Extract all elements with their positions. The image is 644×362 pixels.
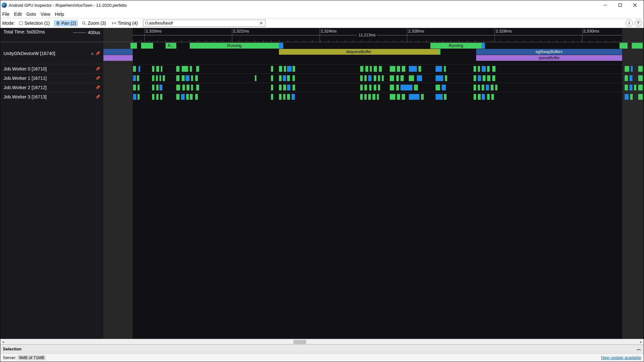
pan-icon (56, 21, 60, 25)
seg-running[interactable] (620, 43, 628, 49)
pin-icon[interactable]: 📌 (95, 95, 100, 99)
shade-left (103, 28, 133, 42)
mode-timing-label: Timing (4) (118, 21, 138, 26)
statusbar: Server: 9MB of 71MB New update available (0, 353, 644, 362)
ruler-label-area: Total Time: 5s002ms 400us (0, 28, 103, 42)
server-memory: 9MB of 71MB (18, 355, 46, 360)
track-worker-1: Job.Worker 1 [16711] 📌 (0, 73, 644, 83)
track-main-name: UnityGfxDeviceW [16740] (4, 51, 55, 56)
pin-icon[interactable]: 📌 (95, 51, 100, 56)
track-main-label[interactable]: UnityGfxDeviceW [16740] ⨉ 📌 (0, 42, 103, 64)
ruler-row: Total Time: 5s002ms 400us 2,320ms 2,322m… (0, 28, 644, 42)
titlebar: Android GPU Inspector - RopeHeroViceTown… (0, 0, 644, 10)
mode-selection-label: Selection (1) (24, 21, 50, 26)
selection-panel[interactable]: Selection ︿ (0, 344, 644, 353)
seg-slice[interactable] (103, 49, 133, 55)
svg-rect-1 (619, 4, 622, 7)
mode-zoom-label: Zoom (3) (88, 21, 106, 26)
toolbar: Mode: Selection (1) Pan (2) Zoom (3) Tim… (0, 18, 644, 28)
pin-icon[interactable]: 📌 (95, 76, 100, 80)
mode-pan-label: Pan (2) (62, 21, 76, 26)
seg-queue[interactable]: queueBuffer (476, 55, 622, 61)
search-clear[interactable]: ✕ (259, 21, 264, 26)
track-worker-3-name: Job.Worker 3 [16713] (4, 94, 47, 99)
seg-slice[interactable] (438, 49, 441, 55)
help-button[interactable]: ? (635, 20, 642, 27)
track-worker-3-label[interactable]: Job.Worker 3 [16713] 📌 (0, 92, 103, 101)
menubar: File Edit Goto View Help (0, 10, 644, 18)
track-worker-3-body[interactable] (103, 92, 644, 101)
app-window: Android GPU Inspector - RopeHeroViceTown… (0, 0, 644, 362)
mode-selection[interactable]: Selection (1) (17, 20, 52, 26)
track-worker-0-label[interactable]: Job.Worker 0 [16710] 📌 (0, 64, 103, 73)
info-button[interactable]: i (626, 20, 633, 27)
maximize-button[interactable] (613, 0, 628, 10)
seg-running-short[interactable]: R... (166, 43, 177, 49)
seg-running[interactable] (141, 43, 153, 49)
scroll-thumb[interactable] (293, 340, 306, 344)
track-worker-2-body[interactable] (103, 83, 644, 92)
track-worker-3: Job.Worker 3 [16713] 📌 (0, 92, 644, 101)
mode-pan[interactable]: Pan (2) (54, 20, 78, 26)
menu-file[interactable]: File (2, 12, 10, 17)
track-worker-1-body[interactable] (103, 74, 644, 83)
seg-running2[interactable]: Running (430, 43, 482, 49)
window-title: Android GPU Inspector - RopeHeroViceTown… (9, 3, 598, 8)
pin-icon[interactable]: 📌 (95, 85, 100, 90)
menu-edit[interactable]: Edit (14, 12, 22, 17)
scroll-right-icon[interactable]: ▸ (638, 339, 644, 345)
seg-running[interactable] (130, 43, 137, 49)
ruler-range (133, 35, 622, 35)
seg-eglswap[interactable]: eglSwapBuffers (476, 49, 622, 55)
track-worker-0-name: Job.Worker 0 [16710] (4, 66, 47, 71)
close-button[interactable] (628, 0, 642, 10)
ruler-range-label: 11.213ms (357, 33, 377, 37)
scroll-track[interactable] (6, 339, 638, 344)
update-link[interactable]: New update available (601, 355, 641, 360)
track-worker-1-label[interactable]: Job.Worker 1 [16711] 📌 (0, 74, 103, 83)
track-worker-2-name: Job.Worker 2 [16712] (4, 85, 47, 90)
svg-rect-4 (19, 22, 23, 25)
ruler-body[interactable]: 2,320ms 2,322ms 2,324ms 2,326ms 2,328ms … (103, 28, 644, 42)
toolbar-right: i ? (626, 20, 642, 27)
timing-icon (112, 21, 116, 25)
track-worker-2-label[interactable]: Job.Worker 2 [16712] 📌 (0, 83, 103, 92)
expand-icon[interactable]: ︿ (637, 346, 641, 352)
track-main-body[interactable]: R... Running Running dequeueBuffer eglSw… (103, 42, 644, 64)
pin-icon[interactable]: 📌 (95, 67, 100, 71)
scale-text: 400us (88, 30, 100, 35)
search-input[interactable] (149, 21, 259, 25)
zoom-icon (82, 21, 86, 25)
seg-sleep[interactable] (279, 43, 283, 49)
window-controls (598, 0, 642, 10)
hscrollbar[interactable]: ◂ ▸ (0, 339, 644, 344)
seg-sleep[interactable] (482, 43, 485, 49)
menu-help[interactable]: Help (55, 12, 64, 17)
svg-line-11 (148, 24, 149, 25)
svg-point-5 (82, 22, 85, 24)
collapse-icon[interactable]: ⨉ (91, 51, 93, 56)
ruler-tick-3: 2,326ms (408, 29, 424, 33)
seg-running1[interactable]: Running (190, 43, 279, 49)
seg-slice[interactable] (103, 55, 133, 61)
svg-point-10 (145, 22, 148, 24)
selection-icon (19, 21, 23, 25)
track-main: UnityGfxDeviceW [16740] ⨉ 📌 R... Running… (0, 42, 644, 64)
server-label: Server: (3, 355, 16, 360)
track-worker-0-body[interactable] (103, 64, 644, 73)
menu-goto[interactable]: Goto (26, 12, 36, 17)
search-box[interactable]: ✕ (143, 20, 265, 27)
app-icon (2, 3, 7, 8)
seg-running[interactable] (632, 43, 643, 49)
ruler-tick-5: 2,330ms (583, 29, 599, 33)
seg-dequeue[interactable]: dequeueBuffer (279, 49, 438, 55)
ruler-tick-1: 2,322ms (233, 29, 249, 33)
scroll-left-icon[interactable]: ◂ (0, 339, 6, 345)
minimize-button[interactable] (598, 0, 613, 10)
search-icon (145, 21, 149, 25)
ruler-tick-4: 2,328ms (496, 29, 512, 33)
tracks-blank (0, 101, 644, 339)
mode-timing[interactable]: Timing (4) (110, 20, 140, 26)
menu-view[interactable]: View (41, 12, 50, 17)
mode-zoom[interactable]: Zoom (3) (80, 20, 108, 26)
